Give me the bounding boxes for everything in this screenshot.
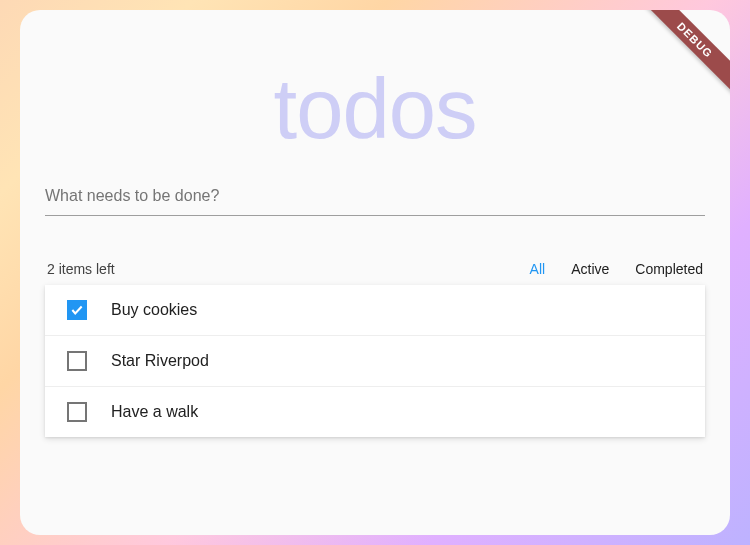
filter-active[interactable]: Active	[571, 261, 609, 277]
new-todo-input[interactable]	[45, 183, 705, 209]
todo-label: Buy cookies	[111, 301, 197, 319]
todo-label: Star Riverpod	[111, 352, 209, 370]
status-row: 2 items left All Active Completed	[45, 261, 705, 277]
todo-list: Buy cookies Star Riverpod Have a walk	[45, 285, 705, 437]
todo-item: Star Riverpod	[45, 336, 705, 387]
input-container	[45, 183, 705, 216]
todo-checkbox[interactable]	[67, 300, 87, 320]
check-icon	[70, 303, 84, 317]
app-window: DEBUG todos 2 items left All Active Comp…	[20, 10, 730, 535]
todo-checkbox[interactable]	[67, 351, 87, 371]
filter-completed[interactable]: Completed	[635, 261, 703, 277]
todo-item: Have a walk	[45, 387, 705, 437]
filter-all[interactable]: All	[530, 261, 546, 277]
todo-checkbox[interactable]	[67, 402, 87, 422]
filter-group: All Active Completed	[530, 261, 703, 277]
page-title: todos	[45, 60, 705, 158]
todo-label: Have a walk	[111, 403, 198, 421]
todo-item: Buy cookies	[45, 285, 705, 336]
items-left-label: 2 items left	[47, 261, 115, 277]
